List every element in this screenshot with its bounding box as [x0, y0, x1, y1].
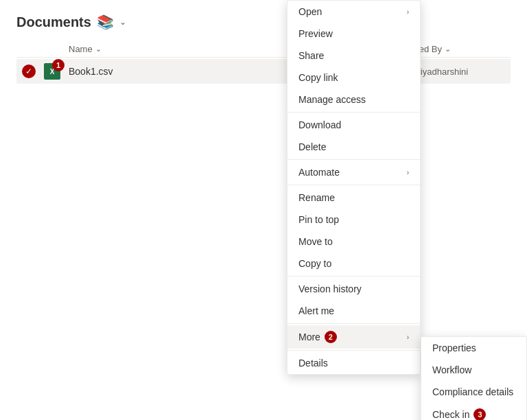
header-chevron-icon[interactable]: ⌄ — [119, 17, 126, 27]
menu-item-share[interactable]: Share — [288, 45, 420, 67]
menu-divider-5 — [288, 323, 420, 324]
badge-2: 2 — [325, 331, 337, 343]
menu-item-preview[interactable]: Preview — [288, 23, 420, 45]
more-chevron-icon: › — [407, 334, 409, 341]
menu-divider-2 — [288, 159, 420, 160]
menu-item-manage-access[interactable]: Manage access — [288, 89, 420, 110]
column-header-row: Name ⌄ Modified By ⌄ — [16, 41, 511, 58]
submenu-item-workflow[interactable]: Workflow — [421, 359, 526, 381]
menu-item-pin[interactable]: Pin to top — [288, 209, 420, 231]
menu-divider-4 — [288, 276, 420, 277]
automate-chevron-icon: › — [407, 169, 409, 176]
badge-3: 3 — [473, 408, 486, 420]
menu-item-copy-to[interactable]: Copy to — [288, 253, 420, 275]
doc-title: Documents — [16, 14, 91, 30]
name-chevron-icon: ⌄ — [95, 45, 102, 54]
submenu-item-properties[interactable]: Properties — [421, 337, 526, 359]
menu-item-copy-link[interactable]: Copy link — [288, 67, 420, 89]
file-icon-wrap: X 1 — [44, 63, 60, 80]
menu-item-automate[interactable]: Automate › — [288, 161, 420, 183]
menu-item-delete[interactable]: Delete — [288, 136, 420, 158]
file-row[interactable]: ✓ X 1 Book1.csv ⊗ ⤴ ··· dha priyadharshi… — [16, 59, 511, 84]
menu-item-move-to[interactable]: Move to — [288, 231, 420, 253]
menu-item-more[interactable]: More 2 › — [288, 325, 420, 349]
submenu[interactable]: Properties Workflow Compliance details C… — [421, 336, 527, 420]
library-icon: 📚 — [97, 14, 114, 30]
menu-item-rename[interactable]: Rename — [288, 187, 420, 209]
menu-divider-1 — [288, 112, 420, 113]
menu-divider-6 — [288, 350, 420, 351]
submenu-item-compliance[interactable]: Compliance details — [421, 381, 526, 403]
file-checkbox[interactable]: ✓ — [22, 65, 36, 78]
menu-item-version-history[interactable]: Version history — [288, 278, 420, 300]
menu-item-download[interactable]: Download — [288, 114, 420, 136]
doc-header: Documents 📚 ⌄ — [16, 14, 511, 30]
context-menu[interactable]: Open › Preview Share Copy link Manage ac… — [287, 0, 421, 375]
menu-divider-3 — [288, 185, 420, 185]
submenu-item-check-in[interactable]: Check in 3 — [421, 403, 526, 420]
menu-item-open[interactable]: Open › — [288, 1, 420, 23]
open-chevron-icon: › — [407, 8, 409, 16]
modified-chevron-icon: ⌄ — [445, 45, 451, 54]
menu-item-details[interactable]: Details — [288, 352, 420, 374]
document-library: Documents 📚 ⌄ Name ⌄ Modified By ⌄ ✓ X 1… — [0, 0, 527, 97]
badge-1: 1 — [52, 59, 65, 71]
menu-item-alert-me[interactable]: Alert me — [288, 300, 420, 322]
